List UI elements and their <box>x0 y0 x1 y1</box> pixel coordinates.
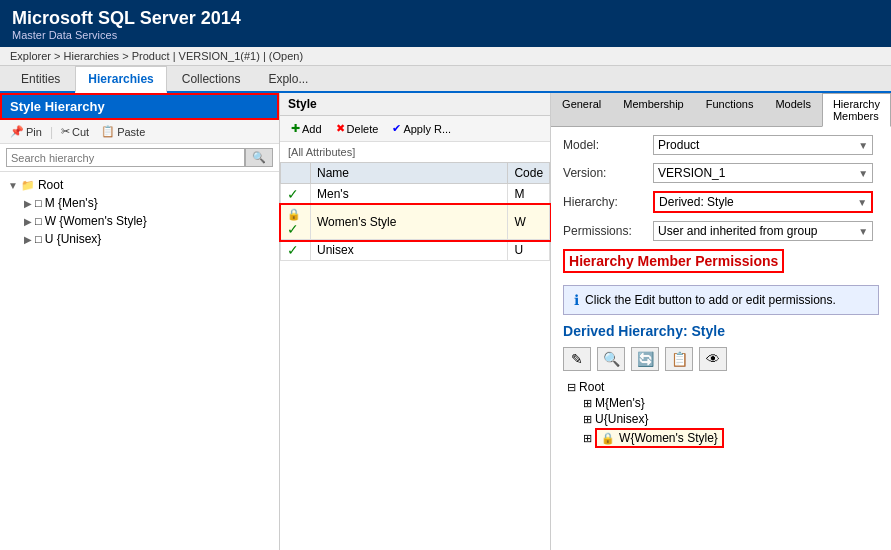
perm-tree-mens[interactable]: ⊞ M{Men's} <box>579 395 879 411</box>
style-panel: Style ✚ Add ✖ Delete ✔ Apply R... [All A… <box>280 93 551 550</box>
tree-item-root[interactable]: ▼ 📁 Root <box>4 176 275 194</box>
folder-icon-womens: □ <box>35 215 42 227</box>
perm-refresh-button[interactable]: 🔄 <box>631 347 659 371</box>
row-name-unisex: Unisex <box>311 240 508 261</box>
folder-icon-unisex: □ <box>35 233 42 245</box>
app-header: Microsoft SQL Server 2014 Master Data Se… <box>0 0 891 47</box>
permissions-section-box: Hierarchy Member Permissions <box>563 249 784 273</box>
right-content: Model: Product ▼ Version: VERSION_1 ▼ Hi… <box>551 127 891 550</box>
tab-models[interactable]: Models <box>764 93 821 126</box>
nav-tab-hierarchies[interactable]: Hierarchies <box>75 66 166 93</box>
lock-icon: 🔒 <box>287 208 301 220</box>
lock-icon-perm: 🔒 <box>601 432 615 445</box>
left-panel-title: Style Hierarchy <box>0 93 279 120</box>
tree-item-mens[interactable]: ▶ □ M {Men's} <box>20 194 275 212</box>
nav-tab-entities[interactable]: Entities <box>8 66 73 91</box>
row-code-unisex: U <box>508 240 550 261</box>
delete-button[interactable]: ✖ Delete <box>331 120 384 137</box>
perm-sub-mens: ⊞ M{Men's} <box>579 395 879 411</box>
folder-icon: 📁 <box>21 179 35 192</box>
app-subtitle: Master Data Services <box>12 29 879 41</box>
perm-tree: ⊟ Root ⊞ M{Men's} ⊞ U{Unisex} <box>563 379 879 449</box>
collapse-icon: ▼ <box>8 180 18 191</box>
perm-tree-root[interactable]: ⊟ Root <box>563 379 879 395</box>
tree-label-mens: M {Men's} <box>45 196 98 210</box>
perm-edit-button[interactable]: ✎ <box>563 347 591 371</box>
apply-button[interactable]: ✔ Apply R... <box>387 120 456 137</box>
version-label: Version: <box>563 166 653 180</box>
plus-icon-unisex: ⊞ <box>583 413 592 426</box>
info-bar: ℹ Click the Edit button to add or edit p… <box>563 285 879 315</box>
paste-button[interactable]: 📋 Paste <box>97 123 149 140</box>
permissions-select[interactable]: User and inherited from group ▼ <box>653 221 873 241</box>
dropdown-arrow-hierarchy: ▼ <box>857 197 867 208</box>
perm-mens-label: M{Men's} <box>595 396 645 410</box>
info-icon: ℹ <box>574 292 579 308</box>
plus-icon-womens: ⊞ <box>583 432 592 445</box>
version-select[interactable]: VERSION_1 ▼ <box>653 163 873 183</box>
right-panel: General Membership Functions Models Hier… <box>551 93 891 550</box>
main-layout: Style Hierarchy 📌 Pin | ✂ Cut 📋 Paste 🔍 … <box>0 93 891 550</box>
tab-hierarchy-members[interactable]: Hierarchy Members <box>822 93 891 127</box>
tree-label-root: Root <box>38 178 63 192</box>
perm-womens-label: W{Women's Style} <box>619 431 718 445</box>
left-toolbar: 📌 Pin | ✂ Cut 📋 Paste <box>0 120 279 144</box>
table-row-womens[interactable]: 🔒 ✓ Women's Style W <box>281 205 550 240</box>
permissions-row: Permissions: User and inherited from gro… <box>563 221 879 241</box>
left-panel: Style Hierarchy 📌 Pin | ✂ Cut 📋 Paste 🔍 … <box>0 93 280 550</box>
permissions-section-title: Hierarchy Member Permissions <box>569 253 778 269</box>
cut-button[interactable]: ✂ Cut <box>57 123 93 140</box>
hierarchy-tree: ▼ 📁 Root ▶ □ M {Men's} ▶ □ W {Women's St… <box>0 172 279 550</box>
col-name: Name <box>311 163 508 184</box>
expand-icon-w: ▶ <box>24 216 32 227</box>
perm-copy-button[interactable]: 📋 <box>665 347 693 371</box>
perm-search-button[interactable]: 🔍 <box>597 347 625 371</box>
perm-toolbar: ✎ 🔍 🔄 📋 👁 <box>563 347 879 371</box>
plus-icon-mens: ⊞ <box>583 397 592 410</box>
tree-label-womens: W {Women's Style} <box>45 214 147 228</box>
perm-unisex-label: U{Unisex} <box>595 412 648 426</box>
check-icon-w: ✓ <box>287 221 299 237</box>
style-table: Name Code ✓ Men's M 🔒 ✓ Women's Style W <box>280 162 550 261</box>
dropdown-arrow-permissions: ▼ <box>858 226 868 237</box>
tab-general[interactable]: General <box>551 93 612 126</box>
search-button[interactable]: 🔍 <box>245 148 273 167</box>
perm-sub-womens: ⊞ 🔒 W{Women's Style} <box>579 427 879 449</box>
nav-tab-collections[interactable]: Collections <box>169 66 254 91</box>
nav-tab-explorer[interactable]: Explo... <box>255 66 321 91</box>
hierarchy-row: Hierarchy: Derived: Style ▼ <box>563 191 879 213</box>
dropdown-arrow-version: ▼ <box>858 168 868 179</box>
perm-root-label: Root <box>579 380 604 394</box>
col-code: Code <box>508 163 550 184</box>
tab-functions[interactable]: Functions <box>695 93 765 126</box>
table-row-unisex[interactable]: ✓ Unisex U <box>281 240 550 261</box>
tree-item-unisex[interactable]: ▶ □ U {Unisex} <box>20 230 275 248</box>
cut-icon: ✂ <box>61 125 70 138</box>
permissions-value: User and inherited from group <box>658 224 817 238</box>
model-select[interactable]: Product ▼ <box>653 135 873 155</box>
tab-membership[interactable]: Membership <box>612 93 695 126</box>
tree-item-womens[interactable]: ▶ □ W {Women's Style} <box>20 212 275 230</box>
model-label: Model: <box>563 138 653 152</box>
add-icon: ✚ <box>291 122 300 135</box>
search-input[interactable] <box>6 148 245 167</box>
hierarchy-label: Hierarchy: <box>563 195 653 209</box>
table-row[interactable]: ✓ Men's M <box>281 184 550 205</box>
perm-sub-unisex: ⊞ U{Unisex} <box>579 411 879 427</box>
perm-view-button[interactable]: 👁 <box>699 347 727 371</box>
version-value: VERSION_1 <box>658 166 725 180</box>
attr-label: [All Attributes] <box>280 142 550 162</box>
check-icon-u: ✓ <box>287 242 299 258</box>
derived-title: Derived Hierarchy: Style <box>563 323 879 339</box>
model-value: Product <box>658 138 699 152</box>
perm-tree-unisex[interactable]: ⊞ U{Unisex} <box>579 411 879 427</box>
pin-button[interactable]: 📌 Pin <box>6 123 46 140</box>
perm-tree-womens[interactable]: ⊞ 🔒 W{Women's Style} <box>579 427 879 449</box>
hierarchy-select[interactable]: Derived: Style ▼ <box>653 191 873 213</box>
nav-tabs: Entities Hierarchies Collections Explo..… <box>0 66 891 93</box>
add-button[interactable]: ✚ Add <box>286 120 327 137</box>
row-code-womens: W <box>508 205 550 240</box>
dropdown-arrow-model: ▼ <box>858 140 868 151</box>
app-title: Microsoft SQL Server 2014 <box>12 8 879 29</box>
row-name-womens: Women's Style <box>311 205 508 240</box>
